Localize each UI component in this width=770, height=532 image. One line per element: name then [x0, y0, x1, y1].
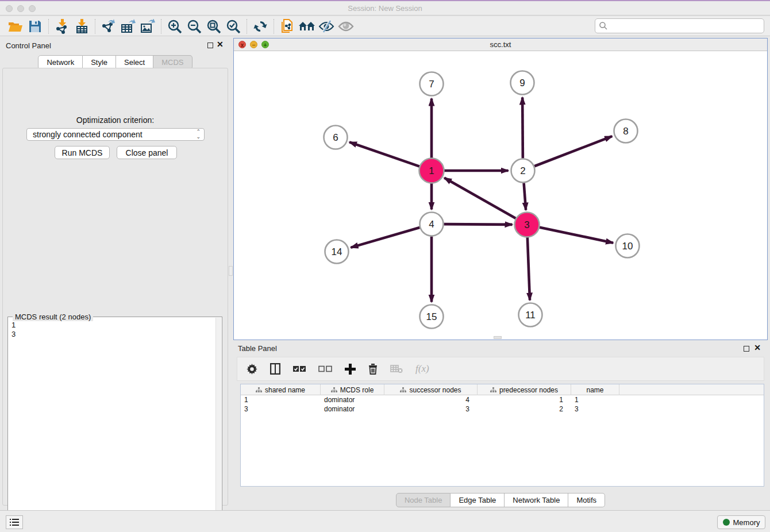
column-type-icon	[331, 387, 337, 393]
column-type-icon	[490, 387, 496, 393]
optimization-criterion-label: Optimization criterion:	[3, 115, 228, 125]
export-network-icon[interactable]	[99, 18, 118, 34]
graph-edge-2-9[interactable]	[522, 97, 523, 158]
function-builder-icon[interactable]: f(x)	[415, 363, 429, 375]
control-panel-title: Control Panel	[6, 41, 51, 50]
column-header-predecessor-nodes[interactable]: predecessor nodes	[478, 384, 571, 395]
column-type-icon	[256, 387, 262, 393]
table-cell[interactable]: 3	[384, 404, 478, 414]
delete-column-icon[interactable]	[368, 363, 378, 375]
tab-motifs[interactable]: Motifs	[568, 493, 605, 507]
table-cell[interactable]: 1	[478, 395, 571, 404]
import-network-icon[interactable]	[52, 18, 72, 34]
zoom-selected-icon[interactable]	[224, 18, 243, 34]
show-all-icon[interactable]	[336, 18, 356, 34]
table-cell[interactable]: 1	[241, 395, 321, 404]
table-cell[interactable]: 1	[571, 395, 619, 404]
graph-edge-3-1[interactable]	[444, 178, 516, 219]
graph-edge-3-11[interactable]	[528, 237, 530, 300]
control-panel: Control Panel ✕ Network Style Select MCD…	[0, 37, 230, 509]
mcds-panel-body: Optimization criterion: strongly connect…	[2, 68, 228, 506]
tab-node-table[interactable]: Node Table	[396, 493, 451, 507]
graph-node-label-10: 10	[622, 241, 633, 252]
mcds-result-text[interactable]: 1 3	[11, 321, 16, 339]
mcds-result-title: MCDS result (2 nodes)	[13, 313, 93, 321]
main-toolbar	[0, 17, 770, 36]
column-header-shared-name[interactable]: shared name	[241, 384, 321, 395]
table-cell[interactable]: 3	[571, 404, 619, 414]
table-panel-close-button[interactable]: ✕	[754, 343, 761, 352]
graph-node-label-15: 15	[426, 311, 437, 322]
network-resize-handle[interactable]	[494, 336, 502, 339]
result-scrollbar[interactable]	[215, 318, 221, 531]
memory-status-icon	[723, 519, 730, 526]
zoom-in-icon[interactable]	[165, 18, 184, 34]
graph-edge-1-6[interactable]	[349, 142, 420, 167]
table-header-row: shared nameMCDS rolesuccessor nodesprede…	[241, 384, 764, 395]
graph-node-label-11: 11	[525, 310, 536, 321]
toolbar-separator	[161, 19, 161, 34]
control-panel-float-button[interactable]	[207, 43, 213, 48]
control-panel-close-button[interactable]: ✕	[217, 40, 224, 49]
node-table: shared nameMCDS rolesuccessor nodesprede…	[240, 384, 764, 487]
select-all-checks-icon[interactable]	[293, 365, 306, 372]
graph-edge-3-10[interactable]	[539, 227, 613, 242]
table-panel-float-button[interactable]	[744, 346, 749, 352]
search-icon	[599, 21, 608, 30]
column-header-label: shared name	[265, 386, 305, 394]
tab-edge-table[interactable]: Edge Table	[451, 493, 505, 507]
column-header-label: predecessor nodes	[499, 386, 558, 394]
clear-checks-icon[interactable]	[318, 365, 332, 372]
column-mode-icon[interactable]	[270, 363, 280, 375]
graph-edge-4-3[interactable]	[444, 224, 512, 225]
graph-edge-2-8[interactable]	[534, 136, 612, 166]
run-mcds-button[interactable]: Run MCDS	[55, 146, 110, 159]
memory-button[interactable]: Memory	[717, 515, 765, 529]
delete-table-icon[interactable]	[390, 364, 403, 373]
graph-edge-2-3[interactable]	[524, 183, 526, 210]
tab-network-table[interactable]: Network Table	[505, 493, 568, 507]
gear-icon[interactable]	[247, 364, 257, 375]
zoom-out-icon[interactable]	[184, 18, 204, 34]
first-neighbors-icon[interactable]	[297, 18, 317, 34]
graph-edge-4-14[interactable]	[351, 228, 419, 248]
task-history-button[interactable]	[6, 515, 23, 529]
table-toolbar: f(x)	[237, 357, 764, 381]
close-panel-button[interactable]: Close panel	[117, 146, 177, 159]
import-table-icon[interactable]	[72, 18, 91, 34]
hide-selected-icon[interactable]	[317, 18, 336, 34]
column-header-successor-nodes[interactable]: successor nodes	[384, 384, 478, 395]
column-header-MCDS-role[interactable]: MCDS role	[321, 384, 384, 395]
column-type-icon	[400, 387, 406, 393]
export-table-icon[interactable]	[118, 18, 138, 34]
graph-node-label-4: 4	[429, 219, 434, 230]
table-cell[interactable]: 3	[241, 404, 321, 414]
list-icon	[10, 518, 19, 526]
table-cell[interactable]: dominator	[321, 395, 384, 404]
graph-node-label-14: 14	[332, 246, 342, 257]
network-canvas[interactable]: 7961284314101511	[234, 51, 767, 340]
panel-splitter-handle[interactable]	[229, 266, 233, 276]
table-cell[interactable]: 2	[478, 404, 571, 414]
graph-node-label-7: 7	[429, 79, 434, 90]
column-header-filler	[619, 384, 764, 395]
open-file-icon[interactable]	[6, 18, 25, 34]
save-session-icon[interactable]	[25, 18, 45, 34]
optimization-criterion-select[interactable]: strongly connected component ⌃⌄	[26, 128, 205, 141]
clone-network-icon[interactable]	[278, 18, 297, 34]
toolbar-separator	[274, 19, 274, 34]
add-column-icon[interactable]	[345, 364, 356, 375]
table-row[interactable]: 1dominator411	[241, 395, 764, 404]
table-cell[interactable]: dominator	[321, 404, 384, 414]
column-header-name[interactable]: name	[571, 384, 619, 395]
network-window-title: scc.txt	[234, 40, 767, 49]
search-input[interactable]	[595, 18, 764, 33]
apply-layout-icon[interactable]	[251, 18, 270, 34]
app-titlebar: Session: New Session	[0, 0, 770, 16]
table-row[interactable]: 3dominator323	[241, 404, 764, 414]
export-image-icon[interactable]	[138, 18, 157, 34]
graph-node-label-8: 8	[623, 126, 628, 137]
fit-content-icon[interactable]	[204, 18, 224, 34]
network-window-titlebar[interactable]: x – + scc.txt	[234, 38, 767, 51]
table-cell[interactable]: 4	[384, 395, 478, 404]
